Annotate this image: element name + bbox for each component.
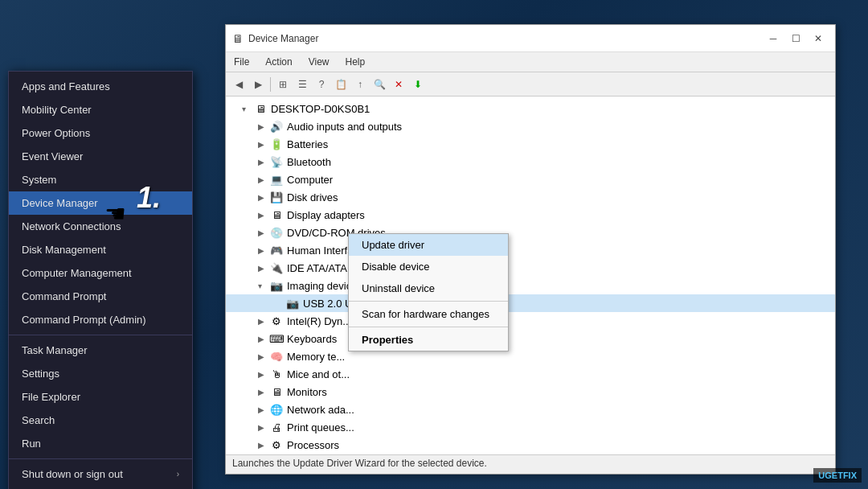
expand-imaging-icon: ▾	[258, 281, 269, 290]
sidebar-item-settings[interactable]: Settings	[9, 362, 192, 385]
sidebar-item-command-prompt[interactable]: Command Prompt	[9, 285, 192, 308]
tree-item-network[interactable]: ▶ 🌐 Network ada...	[226, 401, 835, 418]
close-button[interactable]: ✕	[808, 30, 829, 47]
toolbar-grid[interactable]: ⊞	[274, 76, 292, 93]
ctx-disable-device[interactable]: Disable device	[349, 256, 508, 277]
hid-icon: 🎮	[269, 243, 284, 257]
intel-icon: ⚙	[269, 314, 284, 328]
toolbar-scan[interactable]: 🔍	[371, 76, 388, 93]
tree-item-monitors[interactable]: ▶ 🖥 Monitors	[226, 383, 835, 401]
tree-root-node[interactable]: ▾ 🖥 DESKTOP-D0KS0B1	[226, 100, 835, 117]
mice-icon: 🖱	[269, 367, 284, 381]
bluetooth-icon: 📡	[269, 154, 284, 169]
tree-view[interactable]: ▾ 🖥 DESKTOP-D0KS0B1 ▶ 🔊 Audio inputs and…	[226, 97, 835, 454]
maximize-button[interactable]: ☐	[785, 30, 806, 47]
sidebar-item-file-explorer[interactable]: File Explorer	[9, 385, 192, 409]
dvd-icon: 💿	[269, 225, 284, 240]
toolbar-forward[interactable]: ▶	[249, 76, 267, 93]
tree-item-imaging[interactable]: ▾ 📷 Imaging devices	[226, 277, 835, 294]
tree-item-ide[interactable]: ▶ 🔌 IDE ATA/ATAPI controllers	[226, 259, 835, 277]
expand-icon: ▶	[258, 441, 269, 450]
computer-icon: 🖥	[253, 101, 268, 116]
sidebar-item-mobility-center[interactable]: Mobility Center	[9, 98, 192, 121]
toolbar-update[interactable]: ↑	[351, 76, 369, 93]
tree-root-label: DESKTOP-D0KS0B1	[271, 103, 370, 115]
chevron-right-icon: ›	[177, 470, 179, 479]
window-controls: ─ ☐ ✕	[763, 30, 829, 47]
watermark: UGETFIX	[813, 468, 862, 483]
menu-divider-2	[9, 458, 192, 459]
display-icon: 🖥	[269, 208, 284, 222]
tree-item-bluetooth[interactable]: ▶ 📡 Bluetooth	[226, 153, 835, 171]
tree-item-disk-drives[interactable]: ▶ 💾 Disk drives	[226, 188, 835, 206]
menu-view[interactable]: View	[301, 54, 338, 70]
tree-item-webcam[interactable]: 📷 USB 2.0 UVC HD Webcam	[226, 294, 835, 312]
expand-icon: ▶	[258, 122, 269, 131]
tree-item-intel[interactable]: ▶ ⚙ Intel(R) Dyn...	[226, 312, 835, 330]
sidebar-item-task-manager[interactable]: Task Manager	[9, 339, 192, 362]
menu-file[interactable]: File	[226, 54, 257, 70]
ide-icon: 🔌	[269, 261, 284, 275]
ctx-scan-hardware[interactable]: Scan for hardware changes	[349, 303, 508, 325]
sidebar-item-power-options[interactable]: Power Options	[9, 121, 192, 145]
menu-action[interactable]: Action	[257, 54, 300, 70]
expand-icon: ▶	[258, 335, 269, 343]
status-text: Launches the Update Driver Wizard for th…	[232, 458, 487, 469]
print-icon: 🖨	[269, 420, 284, 434]
ctx-uninstall-device[interactable]: Uninstall device	[349, 277, 508, 299]
tree-item-dvd[interactable]: ▶ 💿 DVD/CD-ROM drives	[226, 224, 835, 241]
sidebar-item-run[interactable]: Run	[9, 432, 192, 455]
disk-icon: 💾	[269, 190, 284, 204]
watermark-prefix: UG	[818, 471, 832, 480]
tree-item-print[interactable]: ▶ 🖨 Print queues...	[226, 418, 835, 436]
sidebar-item-system[interactable]: System	[9, 168, 192, 191]
tree-item-batteries[interactable]: ▶ 🔋 Batteries	[226, 135, 835, 153]
sidebar-item-event-viewer[interactable]: Event Viewer	[9, 145, 192, 168]
expand-icon: ▶	[258, 228, 269, 237]
expand-icon: ▶	[258, 193, 269, 202]
toolbar-list[interactable]: ☰	[293, 76, 311, 93]
menu-help[interactable]: Help	[338, 54, 374, 70]
tree-item-hid[interactable]: ▶ 🎮 Human Interface Devices	[226, 241, 835, 259]
tree-item-processors[interactable]: ▶ ⚙ Processors	[226, 436, 835, 454]
sidebar-item-shutdown[interactable]: Shut down or sign out ›	[9, 462, 192, 486]
ctx-properties[interactable]: Properties	[349, 329, 508, 351]
watermark-suffix: FIX	[843, 471, 857, 480]
start-menu: Apps and Features Mobility Center Power …	[8, 71, 193, 489]
window-titlebar: 🖥 Device Manager ─ ☐ ✕	[226, 25, 835, 52]
sidebar-item-desktop[interactable]: Desktop	[9, 486, 192, 489]
toolbar-properties[interactable]: 📋	[332, 76, 350, 93]
minimize-button[interactable]: ─	[763, 30, 784, 47]
sidebar-item-network-connections[interactable]: Network Connections	[9, 215, 192, 238]
sidebar-item-computer-management[interactable]: Computer Management	[9, 261, 192, 285]
computer-node-icon: 💻	[269, 172, 284, 187]
sidebar-item-apps-features[interactable]: Apps and Features	[9, 75, 192, 98]
tree-item-display[interactable]: ▶ 🖥 Display adapters	[226, 206, 835, 224]
status-bar: Launches the Update Driver Wizard for th…	[226, 454, 835, 474]
ctx-separator	[349, 301, 508, 302]
monitors-icon: 🖥	[269, 384, 284, 399]
sidebar-item-device-manager[interactable]: Device Manager	[9, 191, 192, 215]
expand-icon: ▶	[258, 140, 269, 149]
tree-item-computer[interactable]: ▶ 💻 Computer	[226, 171, 835, 188]
tree-item-audio[interactable]: ▶ 🔊 Audio inputs and outputs	[226, 117, 835, 135]
toolbar-remove[interactable]: ✕	[390, 76, 407, 93]
expand-icon: ▶	[258, 264, 269, 273]
window-content: ▾ 🖥 DESKTOP-D0KS0B1 ▶ 🔊 Audio inputs and…	[226, 97, 835, 474]
tree-item-keyboards[interactable]: ▶ ⌨ Keyboards	[226, 330, 835, 347]
webcam-icon: 📷	[285, 296, 300, 310]
toolbar-refresh[interactable]: ⬇	[409, 76, 427, 93]
ctx-update-driver[interactable]: Update driver	[349, 234, 508, 256]
window-title-left: 🖥 Device Manager	[232, 32, 318, 45]
toolbar-help[interactable]: ?	[313, 76, 330, 93]
sidebar-item-search[interactable]: Search	[9, 409, 192, 432]
network-icon: 🌐	[269, 402, 284, 417]
batteries-icon: 🔋	[269, 137, 284, 151]
toolbar-back[interactable]: ◀	[230, 76, 248, 93]
expand-icon: ▶	[258, 405, 269, 414]
expand-icon: ▶	[258, 388, 269, 397]
sidebar-item-disk-management[interactable]: Disk Management	[9, 238, 192, 261]
tree-item-memory[interactable]: ▶ 🧠 Memory te...	[226, 347, 835, 365]
tree-item-mice[interactable]: ▶ 🖱 Mice and ot...	[226, 365, 835, 383]
sidebar-item-command-prompt-admin[interactable]: Command Prompt (Admin)	[9, 308, 192, 331]
